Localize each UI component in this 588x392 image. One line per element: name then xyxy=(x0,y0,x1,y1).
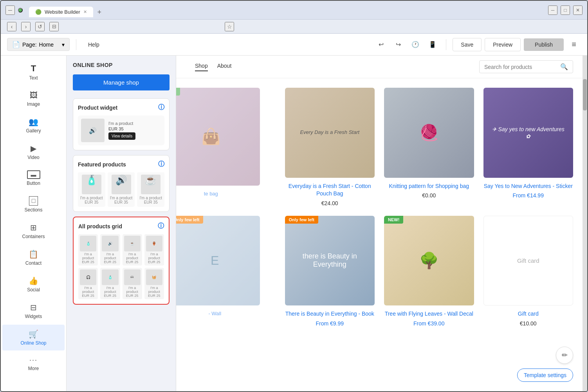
product-card-knitting[interactable]: 🧶 Knitting pattern for Shopping bag €0.0… xyxy=(384,88,474,206)
product-widget-info: I'm a product EUR 35 View details xyxy=(108,121,135,140)
sidebar-item-social[interactable]: 👍 Social xyxy=(2,271,65,297)
all-products-grid-section[interactable]: All products grid ⓘ 🧴 I'm a product EUR … xyxy=(73,217,170,305)
product-card-img-knitting: 🧶 xyxy=(384,88,474,178)
browser-tab[interactable]: 🟢 Website Builder ✕ xyxy=(29,7,93,17)
sidebar-item-video[interactable]: ▶ Video xyxy=(2,139,65,165)
content-nav: Shop About xyxy=(186,63,474,71)
sidebar-label-more: More xyxy=(28,366,39,371)
image-icon: 🖼 xyxy=(30,91,38,100)
sidebar-item-contact[interactable]: 📋 Contact xyxy=(2,245,65,271)
sidebar-label-contact: Contact xyxy=(25,260,41,266)
address-bar: ‹ › ↺ ⊟ ☆ xyxy=(1,20,587,34)
sidebar-item-widgets[interactable]: ⊟ Widgets xyxy=(2,298,65,324)
help-btn[interactable]: Help xyxy=(83,39,105,50)
product-card-img-sticker: ✈ Say yes to new Adventures ✿ xyxy=(483,88,574,178)
sidebar-item-containers[interactable]: ⊞ Containers xyxy=(2,218,65,244)
product-card-beauty-partial[interactable]: Only few left E - Wall xyxy=(176,216,260,327)
toolbar-separator-2 xyxy=(446,39,446,50)
browser-favicon xyxy=(18,8,23,13)
menu-btn[interactable]: ≡ xyxy=(567,38,581,52)
all-products-info-icon[interactable]: ⓘ xyxy=(158,222,164,230)
product-card-img-pouch: Every Day is a Fresh Start xyxy=(285,88,375,178)
featured-item-3-price: EUR 35 xyxy=(139,200,162,204)
product-card-sticker[interactable]: ✈ Say yes to new Adventures ✿ Say Yes to… xyxy=(483,88,574,206)
right-scrollbar[interactable] xyxy=(583,56,587,391)
red-arrow-svg xyxy=(67,255,69,270)
redo-btn[interactable]: ↪ xyxy=(391,38,405,52)
grid-item-5: 🎧 I'm a product EUR 25 xyxy=(78,268,98,299)
product-card-gift[interactable]: Gift card Gift card €10.00 xyxy=(483,216,574,327)
grid-item-7-label: I'm a product xyxy=(124,286,141,294)
product-card-price-gift: €10.00 xyxy=(483,320,574,327)
window-minimize-btn[interactable]: ─ xyxy=(548,5,557,15)
manage-shop-btn[interactable]: Manage shop xyxy=(73,74,170,90)
edit-icon-btn[interactable]: ✏ xyxy=(556,347,573,364)
sidebar-item-button[interactable]: ▬ Button xyxy=(2,166,65,191)
preview-btn[interactable]: Preview xyxy=(485,38,521,51)
refresh-btn[interactable]: ↺ xyxy=(35,22,45,31)
nav-link-shop[interactable]: Shop xyxy=(195,63,208,71)
grid-img-2: 🔊 xyxy=(102,236,118,251)
grid-item-8: 🧺 I'm a product EUR 25 xyxy=(144,268,164,299)
featured-products-info-icon[interactable]: ⓘ xyxy=(158,160,164,168)
sidebar-item-more[interactable]: ··· More xyxy=(2,351,65,376)
back-btn[interactable]: ‹ xyxy=(7,22,16,31)
tab-close-btn[interactable]: ✕ xyxy=(83,9,87,14)
grid-item-7-price: EUR 25 xyxy=(124,294,141,298)
product-card-name-knitting: Knitting pattern for Shopping bag xyxy=(384,182,474,190)
video-icon: ▶ xyxy=(31,144,36,153)
page-label: Page: xyxy=(22,42,37,48)
text-icon: T xyxy=(31,63,36,74)
sidebar-item-text[interactable]: T Text xyxy=(2,59,65,85)
template-settings-btn[interactable]: Template settings xyxy=(517,369,573,382)
product-card-pouch[interactable]: Every Day is a Fresh Start Everyday is a… xyxy=(285,88,375,206)
featured-item-2[interactable]: 🔊 I'm a product EUR 35 xyxy=(108,172,135,207)
badge-tree-new: NEW! xyxy=(384,216,403,224)
sidebar-item-sections[interactable]: □ Sections xyxy=(2,191,65,217)
mobile-view-btn[interactable]: 📱 xyxy=(426,38,440,52)
product-card-name-bag: te bag xyxy=(176,190,260,197)
product-widget-info-icon[interactable]: ⓘ xyxy=(158,103,164,112)
social-icon: 👍 xyxy=(29,276,38,285)
sidebar-label-online-shop: Online Shop xyxy=(20,340,46,346)
nav-link-about[interactable]: About xyxy=(217,63,232,71)
grid-item-2-label: I'm a product xyxy=(102,252,118,260)
window-maximize-btn[interactable]: □ xyxy=(561,5,570,15)
sidebar-item-online-shop[interactable]: 🛒 Online Shop xyxy=(2,325,65,350)
featured-item-1[interactable]: 🧴 I'm a product EUR 35 xyxy=(78,172,105,207)
sidebar-item-gallery[interactable]: 👥 Gallery xyxy=(2,112,65,138)
more-icon: ··· xyxy=(29,356,38,364)
home-btn[interactable]: ⊟ xyxy=(49,22,59,31)
new-tab-btn[interactable]: + xyxy=(95,8,104,17)
forward-btn[interactable]: › xyxy=(21,22,31,31)
grid-item-2-price: EUR 25 xyxy=(102,260,118,264)
product-widget-title: Product widget ⓘ xyxy=(78,103,164,112)
grid-item-6: 🧴 I'm a product EUR 25 xyxy=(100,268,120,299)
product-card-beauty[interactable]: Only few left there is Beauty in Everyth… xyxy=(285,216,375,327)
bookmark-btn[interactable]: ☆ xyxy=(225,22,234,31)
product-card-img-bag: NEW 👜 xyxy=(176,88,260,186)
sidebar-label-button: Button xyxy=(27,181,40,186)
product-card-name-beauty: There is Beauty in Everything - Book xyxy=(285,310,375,318)
publish-btn[interactable]: Publish xyxy=(524,38,564,51)
window-minimize[interactable]: ─ xyxy=(5,5,15,15)
product-card-bag[interactable]: NEW 👜 te bag xyxy=(176,88,260,206)
undo-btn[interactable]: ↩ xyxy=(374,38,388,52)
product-card-tree[interactable]: NEW! 🌳 Tree with Flying Leaves - Wall De… xyxy=(384,216,474,327)
product-card-name-pouch: Everyday is a Fresh Start - Cotton Pouch… xyxy=(285,182,375,198)
left-sidebar: T Text 🖼 Image 👥 Gallery ▶ Video ▬ Butto… xyxy=(1,56,67,391)
history-btn[interactable]: 🕐 xyxy=(408,38,422,52)
featured-item-2-price: EUR 35 xyxy=(110,200,133,204)
featured-item-3[interactable]: ☕ I'm a product EUR 35 xyxy=(137,172,164,207)
product-card-price-sticker: From €14.99 xyxy=(483,192,574,199)
address-input[interactable] xyxy=(63,22,220,31)
scrollbar-thumb[interactable] xyxy=(583,79,587,110)
gallery-icon: 👥 xyxy=(29,117,38,126)
sidebar-item-image[interactable]: 🖼 Image xyxy=(2,86,65,112)
grid-img-3: ☕ xyxy=(124,236,141,251)
search-input[interactable] xyxy=(484,64,557,70)
save-btn[interactable]: Save xyxy=(453,38,482,51)
view-details-btn[interactable]: View details xyxy=(108,132,135,140)
window-close-btn[interactable]: ✕ xyxy=(573,5,583,15)
page-selector[interactable]: 📄 Page: Home ▾ xyxy=(7,38,70,51)
